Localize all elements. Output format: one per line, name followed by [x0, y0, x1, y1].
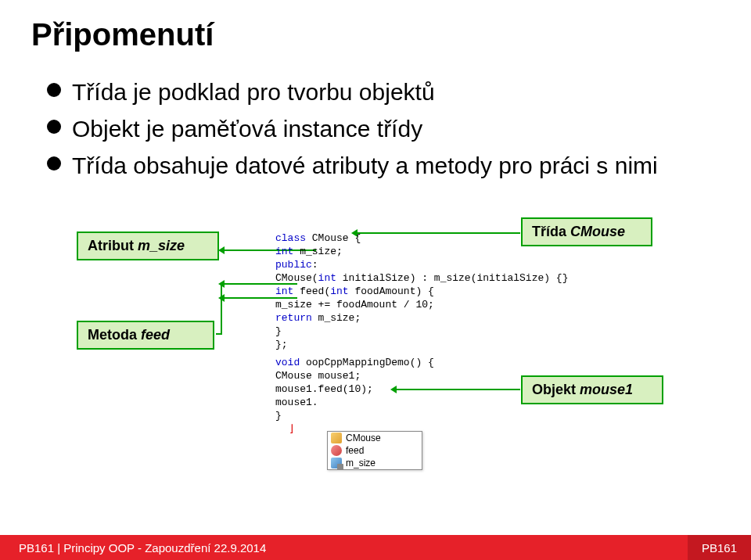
code-text: m_size;: [293, 246, 342, 257]
arrow-connector: [221, 283, 222, 299]
code-text: mouse1.feed(10);: [275, 383, 373, 395]
bullet-icon: [47, 83, 61, 97]
method-icon: [331, 445, 342, 456]
list-item: Objekt je paměťová instance třídy: [47, 113, 704, 144]
code-text: }: [275, 325, 282, 337]
code-text: feed(: [293, 285, 330, 297]
callout-attribute: Atribut m_size: [77, 232, 219, 260]
autocomplete-item[interactable]: feed: [328, 444, 422, 457]
autocomplete-label: m_size: [346, 458, 376, 468]
bullet-text: Třída je podklad pro tvorbu objektů: [72, 77, 435, 107]
code-text: }: [275, 410, 282, 422]
bullet-icon: [47, 156, 61, 171]
autocomplete-item[interactable]: CMouse: [328, 432, 422, 444]
code-text: CMouse mouse1;: [275, 370, 361, 382]
code-text: oopCppMappingDemo() {: [300, 357, 434, 368]
lock-icon: [337, 464, 343, 470]
code-text: m_size += foodAmount / 10;: [275, 299, 434, 311]
code-text: };: [275, 339, 288, 350]
bullet-icon: [47, 120, 61, 134]
code-keyword: int: [275, 246, 293, 257]
field-icon: [331, 458, 342, 468]
code-text: initialSize) : m_size(initialSize) {}: [336, 272, 568, 284]
code-text: CMouse {: [306, 232, 361, 244]
slide: Připomenutí Třída je podklad pro tvorbu …: [0, 0, 751, 560]
code-keyword: return: [275, 312, 312, 324]
bullet-text: Třída obsahuje datové atributy a metody …: [72, 150, 658, 181]
code-keyword: int: [330, 285, 348, 297]
bullet-list: Třída je podklad pro tvorbu objektů Obje…: [47, 77, 704, 187]
callout-label: Atribut: [88, 238, 138, 253]
footer-right: PB161: [688, 535, 751, 560]
autocomplete-popup: CMouse feed m_size: [327, 431, 422, 470]
code-keyword: int: [318, 272, 336, 284]
bullet-text: Objekt je paměťová instance třídy: [72, 113, 422, 144]
arrow-connector: [221, 297, 222, 333]
list-item: Třída je podklad pro tvorbu objektů: [47, 77, 704, 107]
class-icon: [331, 433, 342, 443]
cursor-icon: ⌋: [289, 422, 295, 435]
callout-value: feed: [141, 327, 170, 343]
list-item: Třída obsahuje datové atributy a metody …: [47, 150, 704, 181]
code-keyword: int: [275, 285, 293, 297]
autocomplete-label: feed: [346, 445, 364, 456]
autocomplete-label: CMouse: [346, 433, 381, 443]
callout-method: Metoda feed: [77, 321, 214, 350]
code-text: mouse1.: [275, 397, 318, 408]
footer-bar: PB161 | Principy OOP - Zapouzdření 22.9.…: [0, 535, 751, 560]
code-text: foodAmount) {: [349, 285, 434, 297]
code-text: CMouse(: [275, 272, 318, 284]
autocomplete-item[interactable]: m_size: [328, 457, 422, 469]
code-text: :: [312, 259, 318, 271]
callout-value: m_size: [138, 238, 185, 253]
arrow-connector: [216, 333, 222, 335]
code-keyword: void: [275, 357, 300, 368]
footer-left: PB161 | Principy OOP - Zapouzdření 22.9.…: [19, 541, 266, 555]
callout-label: Metoda: [88, 327, 141, 343]
page-title: Připomenutí: [31, 17, 214, 52]
code-text: m_size;: [312, 312, 361, 324]
code-keyword: class: [275, 232, 306, 244]
code-snippet: class CMouse { int m_size; public: CMous…: [275, 232, 629, 422]
code-keyword: public: [275, 259, 312, 271]
